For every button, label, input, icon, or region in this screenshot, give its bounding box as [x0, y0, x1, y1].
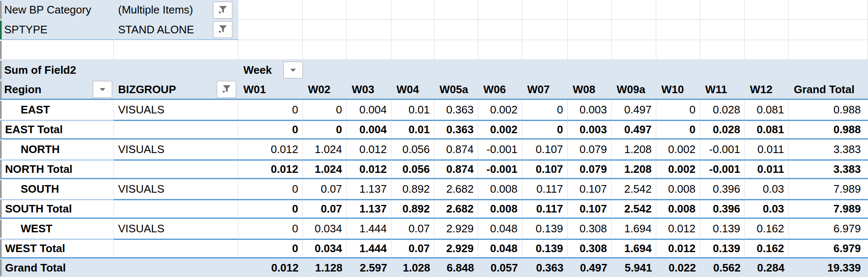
value-cell[interactable]: 2.682 — [434, 199, 478, 219]
value-cell[interactable]: 5.941 — [612, 258, 656, 277]
value-cell[interactable]: -0.001 — [700, 140, 745, 159]
row-grand-total-cell[interactable]: 3.383 — [789, 159, 868, 179]
value-cell[interactable]: 0.892 — [391, 179, 434, 199]
value-cell[interactable]: 0.012 — [238, 140, 303, 159]
value-cell[interactable]: 0.008 — [478, 199, 522, 219]
empty-cell[interactable] — [347, 40, 391, 60]
value-cell[interactable]: 0.01 — [391, 120, 434, 140]
bizgroup-cell[interactable]: VISUALS — [114, 219, 238, 239]
empty-cell[interactable] — [522, 20, 568, 40]
value-cell[interactable]: 0.107 — [568, 199, 612, 219]
empty-cell[interactable] — [612, 60, 656, 80]
value-cell[interactable]: -0.001 — [478, 159, 522, 179]
value-cell[interactable]: 0.107 — [568, 179, 612, 199]
value-cell[interactable]: 0.004 — [347, 100, 391, 120]
value-cell[interactable]: 0.07 — [303, 179, 347, 199]
value-cell[interactable]: 0.008 — [478, 179, 522, 199]
value-cell[interactable]: 0.497 — [612, 120, 656, 140]
column-header-w12[interactable]: W12 — [745, 80, 789, 100]
row-grand-total-cell[interactable]: 7.989 — [789, 179, 868, 199]
value-cell[interactable]: 0.874 — [434, 140, 478, 159]
empty-cell[interactable] — [0, 40, 114, 60]
filter-funnel-button[interactable] — [213, 2, 232, 19]
value-cell[interactable]: 0.497 — [568, 258, 612, 277]
value-cell[interactable]: 1.024 — [303, 140, 347, 159]
value-cell[interactable]: 0 — [656, 120, 700, 140]
empty-cell[interactable] — [303, 60, 347, 80]
region-dropdown-button[interactable] — [93, 81, 112, 98]
value-cell[interactable]: 0.497 — [612, 100, 656, 120]
value-cell[interactable]: 1.024 — [303, 159, 347, 179]
value-cell[interactable]: 2.682 — [434, 179, 478, 199]
empty-cell[interactable] — [789, 20, 868, 40]
value-cell[interactable]: 0.004 — [347, 120, 391, 140]
value-cell[interactable]: 0.028 — [700, 120, 745, 140]
empty-cell[interactable] — [478, 0, 522, 20]
value-cell[interactable]: 0 — [238, 239, 303, 258]
empty-cell[interactable] — [391, 40, 434, 60]
empty-cell[interactable] — [745, 20, 789, 40]
value-cell[interactable]: 0.363 — [434, 120, 478, 140]
value-cell[interactable]: 0.057 — [478, 258, 522, 277]
value-cell[interactable]: 0.07 — [391, 239, 434, 258]
value-cell[interactable]: 0.308 — [568, 239, 612, 258]
column-header-w05a[interactable]: W05a — [434, 80, 478, 100]
row-label-north-total[interactable]: NORTH Total — [0, 159, 114, 179]
week-dropdown-button[interactable] — [283, 62, 303, 78]
value-cell[interactable]: 0 — [656, 100, 700, 120]
empty-cell[interactable] — [478, 20, 522, 40]
bizgroup-cell[interactable] — [114, 258, 238, 277]
value-cell[interactable]: 0.081 — [745, 120, 789, 140]
value-cell[interactable]: 0.008 — [656, 199, 700, 219]
value-cell[interactable]: 0.012 — [656, 219, 700, 239]
value-cell[interactable]: 0 — [303, 100, 347, 120]
value-cell[interactable]: 0.107 — [522, 159, 568, 179]
empty-cell[interactable] — [303, 0, 347, 20]
value-cell[interactable]: 0.081 — [745, 100, 789, 120]
empty-cell[interactable] — [522, 60, 568, 80]
bizgroup-cell[interactable] — [114, 199, 238, 219]
empty-cell[interactable] — [434, 40, 478, 60]
value-cell[interactable]: 0.562 — [700, 258, 745, 277]
value-cell[interactable]: 0.162 — [745, 219, 789, 239]
value-cell[interactable]: 1.444 — [347, 239, 391, 258]
value-cell[interactable]: 0.874 — [434, 159, 478, 179]
value-cell[interactable]: 0.008 — [656, 179, 700, 199]
column-header-w09a[interactable]: W09a — [612, 80, 656, 100]
row-label-north[interactable]: NORTH — [0, 140, 114, 159]
value-cell[interactable]: 0.002 — [478, 100, 522, 120]
value-cell[interactable]: 0.012 — [238, 258, 303, 277]
value-cell[interactable]: 0.284 — [745, 258, 789, 277]
value-cell[interactable]: 0.363 — [522, 258, 568, 277]
value-cell[interactable]: 0.139 — [700, 239, 745, 258]
empty-cell[interactable] — [656, 20, 700, 40]
value-cell[interactable]: 0.117 — [522, 179, 568, 199]
value-cell[interactable]: 0 — [303, 120, 347, 140]
empty-cell[interactable] — [700, 40, 745, 60]
empty-cell[interactable] — [656, 40, 700, 60]
bizgroup-cell[interactable]: VISUALS — [114, 140, 238, 159]
value-cell[interactable]: 1.137 — [347, 179, 391, 199]
value-cell[interactable]: 0.079 — [568, 159, 612, 179]
row-label-south-total[interactable]: SOUTH Total — [0, 199, 114, 219]
value-cell[interactable]: 0.03 — [745, 199, 789, 219]
value-cell[interactable]: 0.012 — [656, 239, 700, 258]
empty-cell[interactable] — [789, 40, 868, 60]
empty-cell[interactable] — [238, 0, 303, 20]
value-cell[interactable]: 0.079 — [568, 140, 612, 159]
empty-cell[interactable] — [434, 0, 478, 20]
row-grand-total-cell[interactable]: 0.988 — [789, 120, 868, 140]
row-label-south[interactable]: SOUTH — [0, 179, 114, 199]
empty-cell[interactable] — [568, 20, 612, 40]
value-cell[interactable]: 0.892 — [391, 199, 434, 219]
value-cell[interactable]: 1.694 — [612, 219, 656, 239]
value-cell[interactable]: 0.003 — [568, 100, 612, 120]
empty-cell[interactable] — [114, 40, 238, 60]
value-cell[interactable]: 0.07 — [391, 219, 434, 239]
empty-cell[interactable] — [612, 0, 656, 20]
value-cell[interactable]: 0.03 — [745, 179, 789, 199]
bizgroup-cell[interactable] — [114, 239, 238, 258]
column-header-w04[interactable]: W04 — [391, 80, 434, 100]
empty-cell[interactable] — [745, 40, 789, 60]
value-cell[interactable]: 0.012 — [238, 159, 303, 179]
